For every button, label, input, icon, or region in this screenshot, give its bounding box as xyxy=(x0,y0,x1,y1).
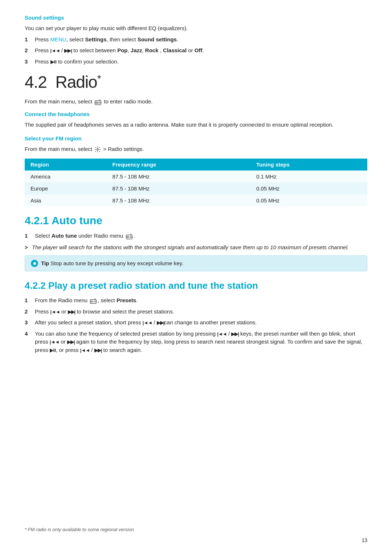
tuning-asia: 0.05 MHz xyxy=(250,194,367,206)
gear-icon xyxy=(94,146,101,153)
auto-tune-step-1: 1 Select Auto tune under Radio menu . xyxy=(25,232,367,240)
connect-headphones-section: Connect the headphones The supplied pair… xyxy=(25,111,367,129)
sound-settings-steps: 1 Press MENU, select Settings, then sele… xyxy=(25,36,367,66)
region-asia: Asia xyxy=(25,194,107,206)
tip-body-text: Stop auto tune by pressing any key excep… xyxy=(50,260,183,266)
skip-fwd-icon-4: ▶▶| xyxy=(231,331,239,338)
asterisk: * xyxy=(97,73,101,84)
play-preset-steps: 1 From the Radio menu , select Presets. … xyxy=(25,296,367,354)
step-2: 2 Press |◄◄ / ▶▶| to select between Pop,… xyxy=(25,46,367,55)
select-fm-region-section: Select your FM region From the main menu… xyxy=(25,135,367,206)
freq-europe: 87.5 - 108 MHz xyxy=(107,182,250,194)
radio-chapter-title: 4.2 Radio* xyxy=(25,72,367,92)
svg-point-8 xyxy=(97,149,99,151)
table-header-tuning: Tuning steps xyxy=(250,159,367,171)
tuning-america: 0.1 MHz xyxy=(250,171,367,182)
auto-tune-note: > The player will search for the station… xyxy=(25,243,367,252)
table-row: Asia 87.5 - 108 MHz 0.05 MHz xyxy=(25,194,367,206)
skip-back-icon-3: |◄◄ xyxy=(143,319,152,327)
settings-bold: Settings xyxy=(85,36,106,42)
skip-back-icon-5: |◄◄ xyxy=(50,338,59,346)
play-preset-step-3: 3 After you select a preset station, sho… xyxy=(25,319,367,327)
play-preset-step-2: 2 Press |◄◄ or ▶▶| to browse and select … xyxy=(25,308,367,316)
tip-text: Tip Stop auto tune by pressing any key e… xyxy=(41,259,183,268)
skip-back-icon: |◄◄ xyxy=(50,47,60,54)
skip-back-icon-4: |◄◄ xyxy=(217,331,226,338)
auto-tune-title: 4.2.1 Auto tune xyxy=(25,214,367,227)
svg-point-1 xyxy=(96,102,97,103)
step-1: 1 Press MENU, select Settings, then sele… xyxy=(25,36,367,44)
select-fm-region-heading: Select your FM region xyxy=(25,135,367,141)
from-main-menu-text: From the main menu, select to enter radi… xyxy=(25,98,367,106)
table-header-row: Region Frequency range Tuning steps xyxy=(25,159,367,171)
auto-tune-section: 4.2.1 Auto tune 1 Select Auto tune under… xyxy=(25,214,367,272)
radio-icon xyxy=(94,98,102,106)
svg-point-10 xyxy=(127,236,128,238)
table-header-frequency: Frequency range xyxy=(107,159,250,171)
skip-fwd-icon-5: ▶▶| xyxy=(67,338,75,346)
tip-icon xyxy=(31,260,38,267)
play-preset-step-1: 1 From the Radio menu , select Presets. xyxy=(25,296,367,305)
skip-back-icon-2: |◄◄ xyxy=(50,308,60,316)
svg-point-15 xyxy=(91,301,93,302)
skip-fwd-icon-2: ▶▶| xyxy=(68,308,75,316)
region-america: America xyxy=(25,171,107,182)
step-3: 3 Press ▶II to confirm your selection. xyxy=(25,58,367,66)
auto-tune-bold: Auto tune xyxy=(52,233,77,239)
play-preset-title: 4.2.2 Play a preset radio station and tu… xyxy=(25,280,367,291)
tip-box: Tip Stop auto tune by pressing any key e… xyxy=(25,255,367,272)
table-row: Europe 87.5 - 108 MHz 0.05 MHz xyxy=(25,182,367,194)
auto-tune-steps: 1 Select Auto tune under Radio menu . xyxy=(25,232,367,240)
radio-chapter: 4.2 Radio* From the main menu, select to… xyxy=(25,72,367,206)
table-row: America 87.5 - 108 MHz 0.1 MHz xyxy=(25,171,367,182)
tip-label: Tip xyxy=(41,260,49,266)
play-pause-icon-2: ▶II xyxy=(50,347,56,354)
fm-region-intro: From the main menu, select > Radio setti… xyxy=(25,145,367,153)
freq-america: 87.5 - 108 MHz xyxy=(107,171,250,182)
skip-fwd-icon: ▶▶| xyxy=(64,47,72,54)
skip-back-icon-6: |◄◄ xyxy=(80,347,90,354)
radio-menu-icon xyxy=(126,233,133,240)
sound-settings-intro: You can set your player to play music wi… xyxy=(25,24,367,33)
menu-keyword: MENU xyxy=(50,36,66,42)
skip-fwd-icon-6: ▶▶| xyxy=(94,347,102,354)
play-preset-section: 4.2.2 Play a preset radio station and tu… xyxy=(25,280,367,354)
play-preset-step-4: 4 You can also tune the frequency of sel… xyxy=(25,330,367,354)
table-header-region: Region xyxy=(25,159,107,171)
connect-headphones-heading: Connect the headphones xyxy=(25,111,367,117)
sound-settings-heading: Sound settings xyxy=(25,15,367,21)
presets-bold: Presets xyxy=(117,297,136,303)
skip-fwd-icon-3: ▶▶| xyxy=(157,319,164,327)
fm-region-table: Region Frequency range Tuning steps Amer… xyxy=(25,159,367,206)
freq-asia: 87.5 - 108 MHz xyxy=(107,194,250,206)
play-pause-icon: ▶II xyxy=(50,58,57,66)
tuning-europe: 0.05 MHz xyxy=(250,182,367,194)
radio-icon-step xyxy=(90,297,97,304)
sound-settings-bold: Sound settings xyxy=(138,36,177,42)
connect-headphones-body: The supplied pair of headphones serves a… xyxy=(25,121,367,129)
footnote: * FM radio is only available to some reg… xyxy=(25,527,135,532)
sound-settings-section: Sound settings You can set your player t… xyxy=(25,15,367,66)
region-europe: Europe xyxy=(25,182,107,194)
page-number: 13 xyxy=(362,537,367,543)
